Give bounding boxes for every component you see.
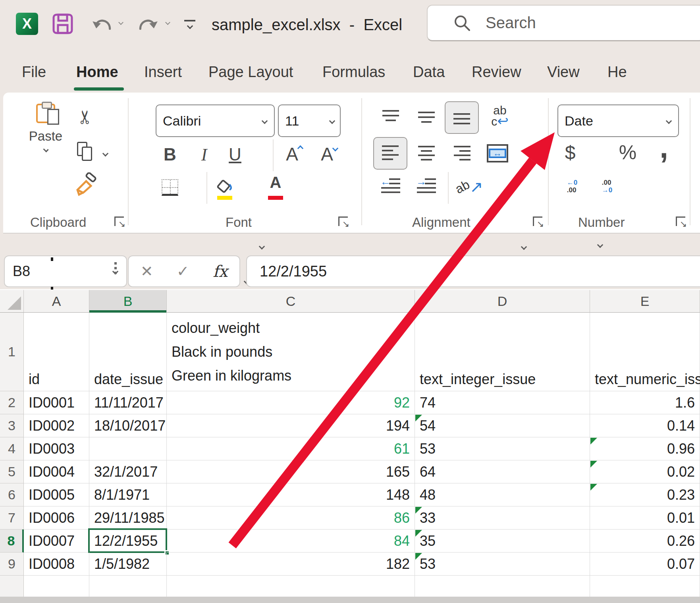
cell-E4[interactable]: 0.96 (590, 437, 700, 460)
cell-B3[interactable]: 18/10/2017 (89, 414, 167, 437)
orientation-icon[interactable]: ab ↗ (454, 174, 484, 200)
tab-view[interactable]: View (547, 64, 580, 81)
cell-B9[interactable]: 1/5/1982 (89, 553, 167, 576)
cell-C1[interactable]: colour_weightBlack in poundsGreen in kil… (167, 313, 415, 391)
align-left-icon[interactable] (373, 137, 407, 170)
underline-button[interactable]: U (224, 143, 246, 166)
column-header-A[interactable]: A (24, 290, 89, 313)
row-header-9[interactable]: 9 (0, 553, 24, 576)
row-header-1[interactable]: 1 (0, 313, 24, 391)
cell-A8[interactable]: ID0007 (24, 530, 89, 553)
fill-color-icon[interactable] (213, 174, 237, 201)
customize-qat-icon[interactable] (178, 12, 202, 36)
cell-E8[interactable]: 0.26 (590, 530, 700, 553)
cell-B5[interactable]: 32/1/2017 (89, 460, 167, 483)
cell-C5[interactable]: 165 (167, 460, 415, 483)
search-input[interactable]: Search (427, 5, 700, 41)
cell-C8[interactable]: 84 (167, 530, 415, 553)
row-header-8[interactable]: 8 (0, 530, 24, 553)
cell-A9[interactable]: ID0008 (24, 553, 89, 576)
cell-A7[interactable]: ID0006 (24, 506, 89, 530)
font-dialog-launcher-icon[interactable] (338, 216, 348, 226)
cell-C6[interactable]: 148 (167, 483, 415, 506)
cell-D2[interactable]: 74 (415, 391, 590, 414)
increase-font-size-icon[interactable]: A (281, 141, 307, 167)
underline-dropdown-icon[interactable] (259, 244, 265, 250)
cell-D7[interactable]: 33 (415, 506, 590, 530)
format-painter-icon[interactable] (71, 171, 99, 199)
redo-icon[interactable] (136, 12, 160, 36)
top-align-icon[interactable] (378, 105, 403, 129)
percent-style-icon[interactable]: % (615, 139, 641, 166)
align-right-icon[interactable] (449, 142, 475, 166)
center-icon[interactable] (414, 142, 439, 166)
italic-button[interactable]: I (193, 143, 215, 166)
undo-dropdown-icon[interactable] (118, 20, 123, 25)
borders-icon[interactable] (159, 175, 181, 200)
font-name-combobox[interactable]: Calibri (156, 104, 275, 137)
cell-A6[interactable]: ID0005 (24, 483, 89, 506)
cell-E6[interactable]: 0.23 (590, 483, 700, 506)
decrease-decimal-icon[interactable]: .00→0 (593, 174, 621, 198)
save-icon[interactable] (51, 12, 75, 36)
font-color-icon[interactable]: A (264, 174, 287, 201)
tab-data[interactable]: Data (413, 64, 445, 81)
tab-file[interactable]: File (22, 64, 46, 81)
cell-D1[interactable]: text_integer_issue (415, 313, 590, 391)
cell-C7[interactable]: 86 (167, 506, 415, 530)
cell-C4[interactable]: 61 (167, 437, 415, 460)
select-all-button[interactable] (0, 290, 24, 313)
cell-D8[interactable]: 35 (415, 530, 590, 553)
enter-icon[interactable]: ✓ (177, 263, 189, 280)
cell-B1[interactable]: date_issue (89, 313, 167, 391)
cell-A3[interactable]: ID0002 (24, 414, 89, 437)
bottom-align-icon[interactable] (445, 101, 479, 134)
tab-formulas[interactable]: Formulas (322, 64, 385, 81)
row-header-5[interactable]: 5 (0, 460, 24, 483)
tab-help[interactable]: He (607, 64, 627, 81)
cell-B4[interactable] (89, 437, 167, 460)
cancel-icon[interactable]: ✕ (141, 263, 153, 280)
cell-E5[interactable]: 0.02 (590, 460, 700, 483)
cell-A2[interactable]: ID0001 (24, 391, 89, 414)
cell-E9[interactable]: 0.07 (590, 553, 700, 576)
bold-button[interactable]: B (159, 143, 181, 166)
cell-C2[interactable]: 92 (167, 391, 415, 414)
tab-review[interactable]: Review (472, 64, 521, 81)
formula-bar-input[interactable]: 12/2/1955 (246, 255, 700, 287)
cell-B2[interactable]: 11/11/2017 (89, 391, 167, 414)
undo-icon[interactable] (91, 12, 114, 36)
cell-E1[interactable]: text_numeric_issue (590, 313, 700, 391)
middle-align-icon[interactable] (414, 105, 439, 129)
tab-page-layout[interactable]: Page Layout (208, 64, 293, 81)
cell-C9[interactable]: 182 (167, 553, 415, 576)
row-header-4[interactable]: 4 (0, 437, 24, 460)
merge-dropdown-icon[interactable] (521, 244, 527, 250)
accounting-dropdown-icon[interactable] (597, 242, 604, 248)
column-header-D[interactable]: D (415, 290, 590, 313)
cell-D9[interactable]: 53 (415, 553, 590, 576)
row-header-7[interactable]: 7 (0, 506, 24, 530)
cell-D4[interactable]: 53 (415, 437, 590, 460)
cut-icon[interactable]: ✂ (73, 105, 97, 129)
row-header-6[interactable]: 6 (0, 483, 24, 506)
tab-home[interactable]: Home (76, 64, 118, 81)
comma-style-icon[interactable]: , (652, 134, 676, 160)
cell-B8[interactable]: 12/2/1955 (89, 530, 167, 553)
decrease-indent-icon[interactable]: ← (378, 174, 403, 198)
cell-A5[interactable]: ID0004 (24, 460, 89, 483)
increase-decimal-icon[interactable]: ←0.00 (558, 174, 586, 198)
cell-E2[interactable]: 1.6 (590, 391, 700, 414)
column-header-C[interactable]: C (167, 290, 415, 313)
paste-button[interactable]: Paste (24, 104, 67, 151)
cell-D3[interactable]: 54 (415, 414, 590, 437)
column-header-E[interactable]: E (590, 290, 700, 313)
cell-D6[interactable]: 48 (415, 483, 590, 506)
increase-indent-icon[interactable]: → (414, 174, 439, 198)
cell-A1[interactable]: id (24, 313, 89, 391)
font-size-combobox[interactable]: 11 (278, 104, 341, 137)
cell-B6[interactable]: 8/1/1971 (89, 483, 167, 506)
cell-E7[interactable]: 0.01 (590, 506, 700, 530)
cell-B7[interactable]: 29/11/1985 (89, 506, 167, 530)
copy-icon[interactable] (73, 139, 97, 163)
